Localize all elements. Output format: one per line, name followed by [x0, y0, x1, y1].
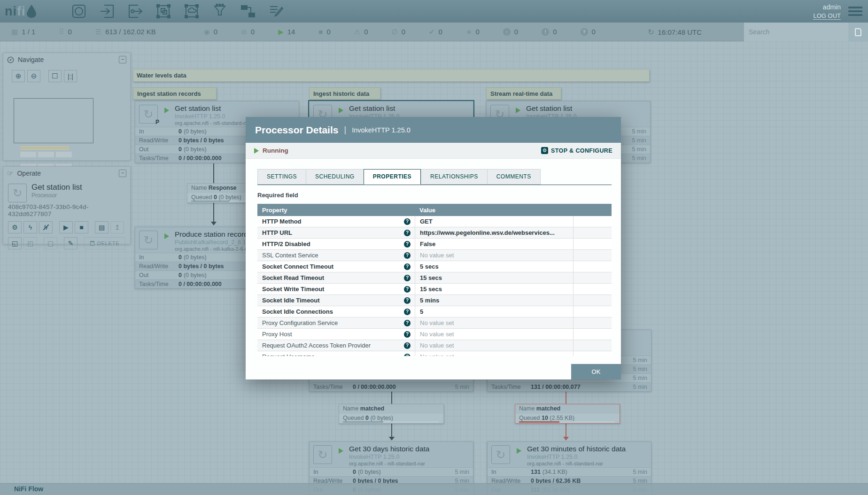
ok-button[interactable]: OK	[571, 364, 621, 379]
transmitting-icon: ◉	[204, 28, 210, 36]
stat-tasks: Tasks/Time0 / 00:00:00.0005 min	[310, 382, 473, 391]
navigate-title: Navigate	[18, 56, 44, 63]
table-row: Socket Read Timeout?15 secs	[257, 272, 612, 284]
one-to-one-icon[interactable]: |:|	[64, 70, 77, 82]
funnel-icon[interactable]	[211, 3, 228, 20]
tab-relationships[interactable]: RELATIONSHIPS	[421, 169, 487, 185]
stop-configure-icon: ⚙	[541, 147, 548, 154]
group-icon[interactable]: ▢	[44, 237, 57, 249]
enable-icon[interactable]: ϟ	[23, 221, 37, 233]
logout-link[interactable]: LOG OUT	[813, 12, 841, 20]
table-row: Request Username?No value set	[257, 351, 612, 356]
label-icon[interactable]	[268, 3, 285, 20]
output-port-icon[interactable]	[127, 3, 144, 20]
collapse-icon[interactable]: −	[119, 170, 126, 177]
process-group-icon[interactable]	[155, 3, 172, 20]
up-to-date-icon: ✔	[429, 28, 435, 36]
running-status: ▶14	[278, 28, 295, 36]
tab-settings[interactable]: SETTINGS	[257, 169, 306, 185]
status-bar: ▦1 / 1 ⠿0 ☰613 / 162.02 KB ◉0 ⊘0 ▶14 ■0 …	[0, 23, 868, 41]
connection-label-matched-left[interactable]: Name matched Queued 0 (0 bytes)	[339, 404, 444, 424]
minimap-label-block	[20, 146, 69, 147]
disabled-icon: ∅	[392, 28, 398, 36]
processor-details-dialog: Processor Details | InvokeHTTP 1.25.0 Ru…	[246, 117, 621, 379]
help-icon[interactable]: ?	[404, 342, 411, 349]
fill-color-icon[interactable]: ✎	[64, 237, 78, 249]
help-icon[interactable]: ?	[404, 275, 411, 281]
search-input[interactable]	[744, 23, 848, 41]
running-icon	[339, 448, 343, 454]
tab-scheduling[interactable]: SCHEDULING	[306, 169, 364, 185]
running-icon	[254, 148, 259, 154]
help-icon[interactable]: ?	[404, 309, 411, 315]
tab-properties[interactable]: PROPERTIES	[364, 169, 421, 185]
remote-process-group-icon[interactable]	[183, 3, 200, 20]
tab-comments[interactable]: COMMENTS	[487, 169, 541, 185]
help-icon[interactable]: ?	[404, 230, 411, 236]
help-icon[interactable]: ?	[404, 252, 411, 259]
processor-icon: ↻	[491, 445, 510, 464]
table-row: Socket Write Timeout?15 secs	[257, 284, 612, 295]
help-icon[interactable]: ?	[404, 241, 411, 248]
help-icon[interactable]: ?	[404, 286, 411, 293]
selected-component-id: 408c9703-8457-33b0-9c4d-432dd6277807	[8, 203, 125, 217]
stale-icon: ↑	[503, 28, 511, 36]
upload-template-icon[interactable]: ↥	[110, 221, 124, 233]
birdseye-viewport[interactable]	[14, 98, 93, 143]
active-threads-icon: ⠿	[59, 28, 64, 36]
stat-tasks: Tasks/Time131 / 00:00:00.0775 min	[488, 382, 651, 391]
configure-icon[interactable]: ⚙	[8, 221, 22, 233]
breadcrumb[interactable]: NiFi Flow	[14, 485, 43, 493]
create-template-icon[interactable]: ▤	[95, 221, 108, 233]
help-icon[interactable]: ?	[404, 297, 411, 304]
table-row: Request OAuth2 Access Token Provider?No …	[257, 340, 612, 351]
global-menu-icon[interactable]	[848, 5, 862, 18]
not-transmitting-status: ⊘0	[241, 28, 255, 36]
help-icon[interactable]: ?	[404, 320, 411, 326]
cluster-icon: ▦	[11, 28, 18, 36]
zoom-in-icon[interactable]: ⊕	[12, 70, 25, 82]
required-field-note: Required field	[257, 192, 621, 199]
stop-icon[interactable]: ■	[75, 221, 88, 233]
table-row: Proxy Configuration Service?No value set	[257, 317, 612, 329]
label-ingest-station-records[interactable]: Ingest station records	[133, 87, 217, 100]
dialog-title: Processor Details	[255, 124, 338, 136]
stop-and-configure-button[interactable]: ⚙ STOP & CONFIGURE	[541, 147, 612, 154]
help-icon[interactable]: ?	[404, 354, 411, 356]
label-ingest-historic-data[interactable]: Ingest historic data	[309, 87, 380, 100]
stat-in: In131(34.1 KB)5 min	[488, 467, 651, 476]
navigate-panel: Navigate − ⊕ ⊖ ☐ |:|	[3, 53, 131, 161]
copy-icon[interactable]: ◱	[8, 237, 22, 249]
selected-component-name: Get station list	[31, 183, 125, 192]
label-water-levels-data[interactable]: Water levels data	[133, 69, 650, 82]
template-icon[interactable]	[240, 3, 256, 20]
running-icon	[339, 108, 343, 113]
fit-icon[interactable]: ☐	[48, 70, 62, 82]
run-status-text: Running	[263, 147, 288, 154]
help-icon[interactable]: ?	[404, 331, 411, 338]
refresh-icon[interactable]: ↻	[648, 28, 654, 37]
disabled-status: ∅0	[392, 28, 405, 36]
sync-failure-status: ?0	[581, 28, 596, 36]
input-port-icon[interactable]	[99, 3, 116, 20]
label-stream-real-time-data[interactable]: Stream real-time data	[486, 87, 561, 100]
help-icon[interactable]: ?	[404, 263, 411, 270]
zoom-out-icon[interactable]: ⊖	[27, 70, 40, 82]
delete-button[interactable]: DELETE	[84, 237, 125, 249]
table-row: SSL Context Service?No value set	[257, 250, 612, 261]
active-threads-status: ⠿0	[59, 28, 71, 36]
paste-icon[interactable]: ◰	[23, 237, 37, 249]
processor-icon[interactable]	[70, 3, 87, 20]
collapse-icon[interactable]: −	[119, 56, 126, 63]
running-icon: ▶	[278, 28, 284, 36]
stat-in: In0(0 bytes)5 min	[310, 467, 473, 476]
cluster-status: ▦1 / 1	[11, 28, 35, 36]
connection-label-matched-right[interactable]: Name matched Queued 10 (2.55 KB)	[515, 404, 620, 424]
help-icon[interactable]: ?	[404, 218, 411, 225]
running-icon	[164, 233, 169, 239]
disable-icon[interactable]: ϟ	[39, 221, 53, 233]
locally-modified-stale-status: !0	[542, 28, 557, 36]
bulletin-page-icon[interactable]	[848, 23, 868, 41]
start-icon[interactable]: ▶	[59, 221, 73, 233]
water-drop-icon	[26, 4, 37, 18]
